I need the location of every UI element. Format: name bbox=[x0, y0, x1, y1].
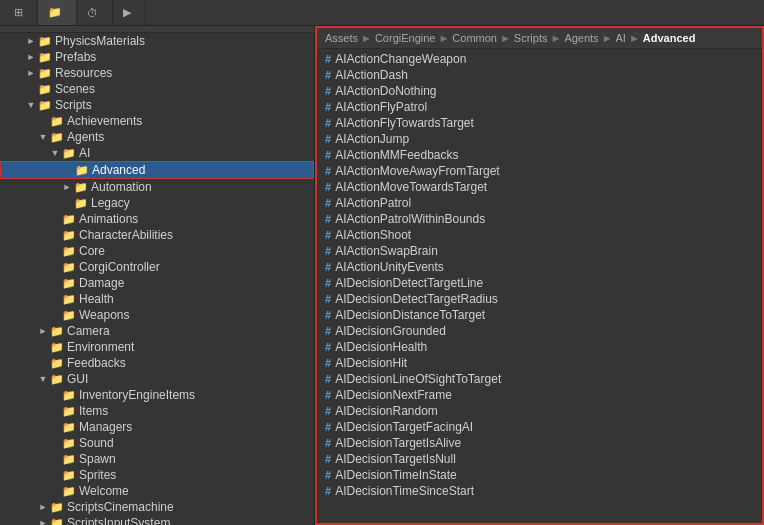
script-icon: # bbox=[325, 101, 331, 113]
tree-item-automation[interactable]: ►📁Automation bbox=[0, 179, 314, 195]
file-item[interactable]: #AIActionFlyTowardsTarget bbox=[317, 115, 762, 131]
tab-console[interactable]: ⊞ bbox=[4, 0, 38, 25]
tab-animation[interactable]: ▶ bbox=[113, 0, 146, 25]
script-icon: # bbox=[325, 197, 331, 209]
breadcrumb-advanced[interactable]: Advanced bbox=[643, 32, 696, 44]
file-item[interactable]: #AIDecisionDetectTargetLine bbox=[317, 275, 762, 291]
tree-item-health[interactable]: 📁Health bbox=[0, 291, 314, 307]
tab-project[interactable]: 📁 bbox=[38, 0, 77, 25]
tree-item-gui[interactable]: ▼📁GUI bbox=[0, 371, 314, 387]
breadcrumb-scripts[interactable]: Scripts bbox=[514, 32, 548, 44]
breadcrumb-agents[interactable]: Agents bbox=[564, 32, 598, 44]
tree-item-prefabs[interactable]: ►📁Prefabs bbox=[0, 49, 314, 65]
file-item[interactable]: #AIActionMMFeedbacks bbox=[317, 147, 762, 163]
tree-item-characterabilities[interactable]: 📁CharacterAbilities bbox=[0, 227, 314, 243]
tree-item-corgicontroller[interactable]: 📁CorgiController bbox=[0, 259, 314, 275]
tree-arrow: ► bbox=[36, 326, 50, 336]
tree-item-items[interactable]: 📁Items bbox=[0, 403, 314, 419]
folder-icon: 📁 bbox=[38, 51, 52, 64]
file-name-label: AIDecisionLineOfSightToTarget bbox=[335, 372, 501, 386]
tree-item-spawn[interactable]: 📁Spawn bbox=[0, 451, 314, 467]
tree-item-scripts[interactable]: ▼📁Scripts bbox=[0, 97, 314, 113]
breadcrumb-ai[interactable]: AI bbox=[616, 32, 626, 44]
folder-icon: 📁 bbox=[62, 469, 76, 482]
tree-item-sound[interactable]: 📁Sound bbox=[0, 435, 314, 451]
file-name-label: AIDecisionTargetFacingAI bbox=[335, 420, 473, 434]
tree-item-achievements[interactable]: 📁Achievements bbox=[0, 113, 314, 129]
breadcrumb-common[interactable]: Common bbox=[452, 32, 497, 44]
tree-item-legacy[interactable]: 📁Legacy bbox=[0, 195, 314, 211]
file-item[interactable]: #AIActionDash bbox=[317, 67, 762, 83]
file-item[interactable]: #AIActionMoveAwayFromTarget bbox=[317, 163, 762, 179]
file-item[interactable]: #AIActionSwapBrain bbox=[317, 243, 762, 259]
tree-item-damage[interactable]: 📁Damage bbox=[0, 275, 314, 291]
file-item[interactable]: #AIDecisionTimeInState bbox=[317, 467, 762, 483]
script-icon: # bbox=[325, 341, 331, 353]
file-item[interactable]: #AIActionPatrolWithinBounds bbox=[317, 211, 762, 227]
tree-item-label: Health bbox=[79, 292, 114, 306]
tree-item-weapons[interactable]: 📁Weapons bbox=[0, 307, 314, 323]
folder-icon: 📁 bbox=[62, 453, 76, 466]
tree-item-camera[interactable]: ►📁Camera bbox=[0, 323, 314, 339]
tree-item-advanced[interactable]: 📁Advanced bbox=[0, 161, 314, 179]
script-icon: # bbox=[325, 405, 331, 417]
folder-icon: 📁 bbox=[62, 485, 76, 498]
file-name-label: AIDecisionTimeSinceStart bbox=[335, 484, 474, 498]
tree-item-physicsmaterials[interactable]: ►📁PhysicsMaterials bbox=[0, 33, 314, 49]
file-item[interactable]: #AIDecisionHit bbox=[317, 355, 762, 371]
tree-item-label: Scripts bbox=[55, 98, 92, 112]
tab-bar: ⊞ 📁 ⏱ ▶ bbox=[0, 0, 764, 26]
breadcrumb-assets[interactable]: Assets bbox=[325, 32, 358, 44]
script-icon: # bbox=[325, 229, 331, 241]
file-item[interactable]: #AIDecisionRandom bbox=[317, 403, 762, 419]
tree-item-managers[interactable]: 📁Managers bbox=[0, 419, 314, 435]
breadcrumb-corgiengine[interactable]: CorgiEngine bbox=[375, 32, 436, 44]
tree-item-label: Sound bbox=[79, 436, 114, 450]
file-tree: ►📁PhysicsMaterials►📁Prefabs►📁Resources📁S… bbox=[0, 33, 314, 525]
tree-item-welcome[interactable]: 📁Welcome bbox=[0, 483, 314, 499]
file-item[interactable]: #AIActionShoot bbox=[317, 227, 762, 243]
file-item[interactable]: #AIDecisionNextFrame bbox=[317, 387, 762, 403]
tree-item-scriptscinemachine[interactable]: ►📁ScriptsCinemachine bbox=[0, 499, 314, 515]
tree-item-label: GUI bbox=[67, 372, 88, 386]
tree-item-label: ScriptsInputSystem bbox=[67, 516, 170, 525]
tab-timeline[interactable]: ⏱ bbox=[77, 0, 113, 25]
tree-item-scenes[interactable]: 📁Scenes bbox=[0, 81, 314, 97]
folder-icon: 📁 bbox=[62, 309, 76, 322]
file-item[interactable]: #AIActionUnityEvents bbox=[317, 259, 762, 275]
tree-item-feedbacks[interactable]: 📁Feedbacks bbox=[0, 355, 314, 371]
file-item[interactable]: #AIDecisionTimeSinceStart bbox=[317, 483, 762, 499]
tree-item-label: Environment bbox=[67, 340, 134, 354]
tree-item-ai[interactable]: ▼📁AI bbox=[0, 145, 314, 161]
tree-item-scriptsinputsystem[interactable]: ►📁ScriptsInputSystem bbox=[0, 515, 314, 525]
tree-item-animations[interactable]: 📁Animations bbox=[0, 211, 314, 227]
file-item[interactable]: #AIDecisionDistanceToTarget bbox=[317, 307, 762, 323]
file-item[interactable]: #AIDecisionGrounded bbox=[317, 323, 762, 339]
file-item[interactable]: #AIDecisionLineOfSightToTarget bbox=[317, 371, 762, 387]
file-item[interactable]: #AIDecisionTargetIsAlive bbox=[317, 435, 762, 451]
file-item[interactable]: #AIActionDoNothing bbox=[317, 83, 762, 99]
file-item[interactable]: #AIDecisionDetectTargetRadius bbox=[317, 291, 762, 307]
tree-item-environment[interactable]: 📁Environment bbox=[0, 339, 314, 355]
file-item[interactable]: #AIDecisionTargetFacingAI bbox=[317, 419, 762, 435]
file-name-label: AIDecisionNextFrame bbox=[335, 388, 452, 402]
tree-item-resources[interactable]: ►📁Resources bbox=[0, 65, 314, 81]
tree-item-inventoryengineitems[interactable]: 📁InventoryEngineItems bbox=[0, 387, 314, 403]
tree-item-sprites[interactable]: 📁Sprites bbox=[0, 467, 314, 483]
file-item[interactable]: #AIActionPatrol bbox=[317, 195, 762, 211]
file-item[interactable]: #AIActionMoveTowardsTarget bbox=[317, 179, 762, 195]
breadcrumb-sep-4: ► bbox=[550, 32, 561, 44]
tree-item-label: Automation bbox=[91, 180, 152, 194]
file-item[interactable]: #AIActionChangeWeapon bbox=[317, 51, 762, 67]
file-name-label: AIActionUnityEvents bbox=[335, 260, 444, 274]
file-item[interactable]: #AIDecisionHealth bbox=[317, 339, 762, 355]
tree-item-agents[interactable]: ▼📁Agents bbox=[0, 129, 314, 145]
file-item[interactable]: #AIActionFlyPatrol bbox=[317, 99, 762, 115]
file-item[interactable]: #AIActionJump bbox=[317, 131, 762, 147]
file-item[interactable]: #AIDecisionTargetIsNull bbox=[317, 451, 762, 467]
folder-icon: 📁 bbox=[62, 245, 76, 258]
folder-icon: 📁 bbox=[50, 373, 64, 386]
script-icon: # bbox=[325, 293, 331, 305]
tree-item-core[interactable]: 📁Core bbox=[0, 243, 314, 259]
folder-icon: 📁 bbox=[50, 517, 64, 526]
